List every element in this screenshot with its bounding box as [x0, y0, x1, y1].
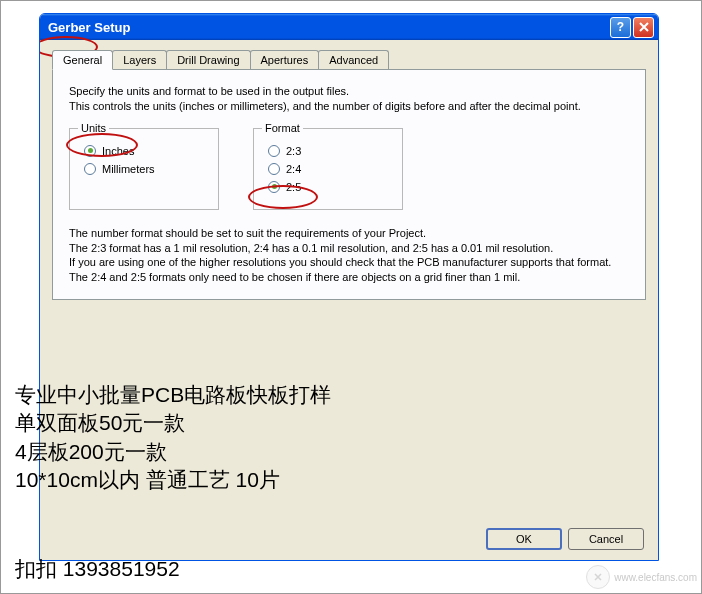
radio-icon: [84, 145, 96, 157]
titlebar[interactable]: Gerber Setup ?: [40, 14, 658, 40]
radio-label: 2:5: [286, 181, 301, 193]
tab-layers[interactable]: Layers: [112, 50, 167, 69]
format-note: The number format should be set to suit …: [69, 226, 629, 285]
window-title: Gerber Setup: [48, 20, 608, 35]
radio-2-3[interactable]: 2:3: [268, 145, 388, 157]
note-line: The 2:3 format has a 1 mil resolution, 2…: [69, 241, 629, 256]
options-row: Units Inches Millimeters Format: [69, 128, 629, 210]
note-line: The 2:4 and 2:5 formats only need to be …: [69, 270, 629, 285]
note-line: If you are using one of the higher resol…: [69, 255, 629, 270]
overlay-ad-text: 专业中小批量PCB电路板快板打样 单双面板50元一款 4层板200元一款 10*…: [15, 381, 331, 494]
watermark-text: www.elecfans.com: [614, 572, 697, 583]
units-legend: Units: [78, 122, 109, 134]
radio-2-5[interactable]: 2:5: [268, 181, 388, 193]
close-icon: [639, 22, 649, 32]
dialog-buttons: OK Cancel: [486, 528, 644, 550]
overlay-line: 专业中小批量PCB电路板快板打样: [15, 381, 331, 409]
close-button[interactable]: [633, 17, 654, 38]
overlay-line: 10*10cm以内 普通工艺 10片: [15, 466, 331, 494]
tab-apertures[interactable]: Apertures: [250, 50, 320, 69]
overlay-line: 扣扣 1393851952: [15, 555, 180, 583]
tab-strip: General Layers Drill Drawing Apertures A…: [52, 50, 646, 69]
radio-icon: [268, 145, 280, 157]
tab-drill-drawing[interactable]: Drill Drawing: [166, 50, 250, 69]
description-line: This controls the units (inches or milli…: [69, 99, 629, 114]
description-text: Specify the units and format to be used …: [69, 84, 629, 114]
radio-icon: [84, 163, 96, 175]
radio-label: 2:3: [286, 145, 301, 157]
help-button[interactable]: ?: [610, 17, 631, 38]
overlay-contact-text: 扣扣 1393851952: [15, 555, 180, 583]
tab-general[interactable]: General: [52, 50, 113, 70]
tab-advanced[interactable]: Advanced: [318, 50, 389, 69]
tab-panel-general: Specify the units and format to be used …: [52, 69, 646, 300]
radio-icon: [268, 163, 280, 175]
description-line: Specify the units and format to be used …: [69, 84, 629, 99]
format-group: Format 2:3 2:4 2:5: [253, 128, 403, 210]
radio-millimeters[interactable]: Millimeters: [84, 163, 204, 175]
radio-inches[interactable]: Inches: [84, 145, 204, 157]
ok-button[interactable]: OK: [486, 528, 562, 550]
watermark-icon: [586, 565, 610, 589]
overlay-line: 4层板200元一款: [15, 438, 331, 466]
radio-2-4[interactable]: 2:4: [268, 163, 388, 175]
units-group: Units Inches Millimeters: [69, 128, 219, 210]
radio-icon: [268, 181, 280, 193]
radio-label: 2:4: [286, 163, 301, 175]
overlay-line: 单双面板50元一款: [15, 409, 331, 437]
radio-label: Inches: [102, 145, 134, 157]
radio-label: Millimeters: [102, 163, 155, 175]
cancel-button[interactable]: Cancel: [568, 528, 644, 550]
format-legend: Format: [262, 122, 303, 134]
watermark: www.elecfans.com: [586, 565, 697, 589]
note-line: The number format should be set to suit …: [69, 226, 629, 241]
